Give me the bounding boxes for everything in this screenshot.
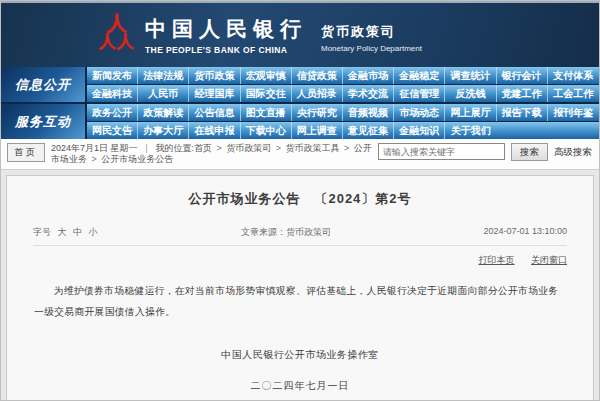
nav-item[interactable]: 网上展厅 [445, 104, 496, 121]
article-meta-row: 字号 大 中 小 文章来源：货币政策司 2024-07-01 13:10:00 [33, 226, 567, 246]
nav-item[interactable]: 金融市场 [343, 67, 394, 84]
nav-item[interactable]: 音频视频 [343, 104, 394, 121]
nav-item[interactable]: 报告下载 [497, 104, 548, 121]
nav-item[interactable]: 宏观审慎 [241, 67, 292, 84]
main-nav: 信息公开新闻发布法律法规货币政策宏观审慎信贷政策金融市场金融稳定调查统计银行会计… [1, 67, 599, 139]
article-actions-top: 打印本页 关闭窗口 [7, 254, 593, 267]
department-name-en: Monetary Policy Department [321, 44, 422, 53]
breadcrumb-separator: > [273, 143, 283, 153]
pboc-announcement-page: 人人人 中国人民银行 THE PEOPLE'S BANK OF CHINA 货币… [0, 0, 600, 401]
font-size-control: 字号 大 中 小 [33, 226, 98, 239]
nav-item[interactable]: 人民币 [138, 85, 189, 102]
nav-item[interactable]: 公告信息 [189, 104, 240, 121]
breadcrumb-bar: 首页 2024年7月1日 星期一 ｜ 我的位置:首页 > 货币政策司 > 货币政… [1, 139, 599, 170]
article-signature: 中国人民银行公开市场业务操作室 [7, 348, 593, 362]
font-size-medium[interactable]: 中 [73, 227, 82, 237]
nav-item[interactable]: 金融知识 [394, 122, 445, 139]
nav-item[interactable]: 反洗钱 [445, 85, 496, 102]
font-size-small[interactable]: 小 [89, 227, 98, 237]
bank-name-en: THE PEOPLE'S BANK OF CHINA [145, 45, 307, 55]
breadcrumb-link[interactable]: 货币政策工具 [285, 143, 339, 153]
bank-name-block: 中国人民银行 THE PEOPLE'S BANK OF CHINA [145, 15, 307, 55]
article-date-cn: 二〇二四年七月一日 [7, 379, 593, 393]
department-name-block: 货币政策司 Monetary Policy Department [321, 17, 422, 53]
bank-name-cn: 中国人民银行 [145, 15, 307, 43]
nav-item[interactable]: 办事大厅 [138, 122, 189, 139]
breadcrumb-date: 2024年7月1日 星期一 [51, 143, 138, 153]
department-name-cn: 货币政策司 [321, 23, 422, 41]
nav-item[interactable]: 市场动态 [394, 104, 445, 121]
nav-item[interactable]: 金融稳定 [394, 67, 445, 84]
close-window-link[interactable]: 关闭窗口 [531, 255, 567, 265]
nav-item[interactable]: 政务公开 [87, 104, 138, 121]
nav-item[interactable]: 政策解读 [138, 104, 189, 121]
nav-row: 金融科技人民币经理国库国际交往人员招录学术交流征信管理反洗钱党建工作工会工作 [87, 85, 599, 102]
pboc-logo-icon: 人人人 [99, 13, 135, 57]
nav-item[interactable]: 调查统计 [445, 67, 496, 84]
breadcrumb-separator: > [214, 143, 224, 153]
print-page-link[interactable]: 打印本页 [478, 255, 514, 265]
breadcrumb-link[interactable]: 公开市场业务公告 [101, 154, 173, 164]
nav-item[interactable]: 网上调查 [292, 122, 343, 139]
nav-item[interactable]: 学术交流 [343, 85, 394, 102]
article-paragraph: 为维护债券市场稳健运行，在对当前市场形势审慎观察、评估基础上，人民银行决定于近期… [34, 281, 566, 322]
nav-item[interactable]: 党建工作 [497, 85, 548, 102]
nav-item[interactable]: 下载中心 [241, 122, 292, 139]
nav-row: 政务公开政策解读公告信息图文直播央行研究音频视频市场动态网上展厅报告下载报刊年鉴 [87, 104, 599, 121]
nav-item[interactable]: 国际交往 [241, 85, 292, 102]
nav-item[interactable]: 图文直播 [241, 104, 292, 121]
nav-section-label[interactable]: 信息公开 [1, 67, 85, 102]
nav-item[interactable]: 意见征集 [343, 122, 394, 139]
nav-item[interactable]: 支付体系 [548, 67, 599, 84]
breadcrumb-link[interactable]: 货币政策司 [226, 143, 271, 153]
nav-section-0: 信息公开新闻发布法律法规货币政策宏观审慎信贷政策金融市场金融稳定调查统计银行会计… [1, 67, 599, 102]
breadcrumb-location[interactable]: 我的位置:首页 [155, 143, 212, 153]
nav-row: 网民文告办事大厅在线申报下载中心网上调查意见征集金融知识关于我们 [87, 122, 599, 139]
article-card: 公开市场业务公告 〔2024〕第2号 字号 大 中 小 文章来源：货币政策司 2… [6, 175, 594, 401]
nav-section-label[interactable]: 服务互动 [1, 104, 85, 139]
nav-item[interactable]: 央行研究 [292, 104, 343, 121]
site-header: 人人人 中国人民银行 THE PEOPLE'S BANK OF CHINA 货币… [1, 1, 599, 67]
nav-item[interactable]: 货币政策 [189, 67, 240, 84]
nav-item[interactable]: 信贷政策 [292, 67, 343, 84]
article-datetime: 2024-07-01 13:10:00 [483, 226, 567, 236]
nav-item[interactable]: 新闻发布 [87, 67, 138, 84]
nav-item[interactable]: 经理国库 [189, 85, 240, 102]
nav-rows: 政务公开政策解读公告信息图文直播央行研究音频视频市场动态网上展厅报告下载报刊年鉴… [87, 104, 599, 139]
breadcrumb-separator: > [89, 154, 99, 164]
breadcrumb-separator: > [341, 143, 351, 153]
nav-item[interactable]: 在线申报 [189, 122, 240, 139]
nav-item[interactable]: 关于我们 [445, 122, 496, 139]
font-size-label: 字号 [33, 227, 51, 237]
font-size-large[interactable]: 大 [58, 227, 67, 237]
nav-item[interactable]: 工会工作 [548, 85, 599, 102]
article-source: 文章来源：货币政策司 [241, 226, 331, 239]
nav-item[interactable]: 银行会计 [497, 67, 548, 84]
nav-item[interactable]: 报刊年鉴 [548, 104, 599, 121]
search-input[interactable] [378, 143, 505, 160]
nav-item[interactable]: 征信管理 [394, 85, 445, 102]
nav-item[interactable]: 法律法规 [138, 67, 189, 84]
article-title: 公开市场业务公告 〔2024〕第2号 [7, 190, 593, 208]
breadcrumb-divider: ｜ [140, 143, 154, 153]
nav-item[interactable]: 人员招录 [292, 85, 343, 102]
nav-row: 新闻发布法律法规货币政策宏观审慎信贷政策金融市场金融稳定调查统计银行会计支付体系 [87, 67, 599, 84]
nav-rows: 新闻发布法律法规货币政策宏观审慎信贷政策金融市场金融稳定调查统计银行会计支付体系… [87, 67, 599, 102]
advanced-search-link[interactable]: 高级搜索 [554, 146, 592, 159]
nav-item[interactable]: 网民文告 [87, 122, 138, 139]
breadcrumb: 2024年7月1日 星期一 ｜ 我的位置:首页 > 货币政策司 > 货币政策工具… [51, 143, 372, 165]
nav-item[interactable]: 金融科技 [87, 85, 138, 102]
search-button[interactable]: 搜索 [511, 143, 548, 161]
nav-section-1: 服务互动政务公开政策解读公告信息图文直播央行研究音频视频市场动态网上展厅报告下载… [1, 104, 599, 139]
home-button[interactable]: 首页 [7, 143, 45, 162]
